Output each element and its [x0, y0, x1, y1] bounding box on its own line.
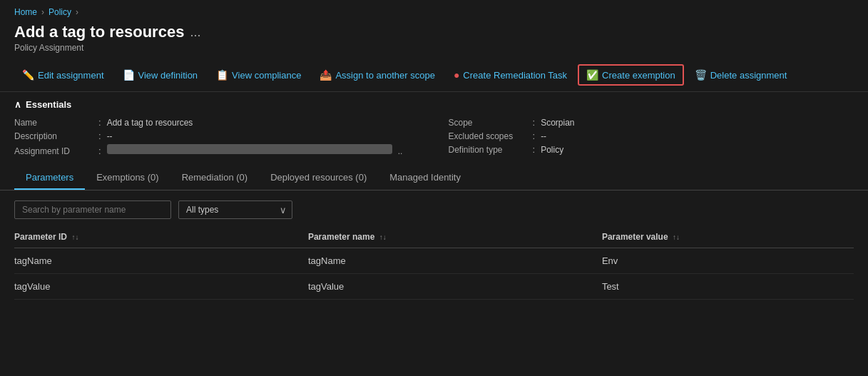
delete-assignment-button[interactable]: 🗑️ Delete assignment	[687, 65, 795, 85]
search-input[interactable]	[14, 200, 171, 219]
essentials-desc-row: Description : --	[14, 129, 420, 143]
essentials-section: ∧ Essentials Name : Add a tag to resourc…	[0, 92, 868, 158]
cell-param-name-1: tagValue	[308, 274, 602, 300]
breadcrumb: Home › Policy ›	[0, 0, 868, 20]
sort-icon-id[interactable]: ↑↓	[71, 233, 78, 241]
essentials-right: Scope : Scorpian Excluded scopes : -- De…	[449, 116, 854, 158]
col-header-param-name: Parameter name ↑↓	[308, 226, 602, 248]
essentials-left: Name : Add a tag to resources Descriptio…	[14, 116, 420, 158]
sort-icon-value[interactable]: ↑↓	[673, 233, 680, 241]
breadcrumb-sep2: ›	[76, 7, 78, 17]
exemption-icon: ✅	[586, 69, 598, 81]
cell-param-id-1: tagValue	[14, 274, 308, 300]
tab-remediation[interactable]: Remediation (0)	[170, 166, 260, 190]
sort-icon-name[interactable]: ↑↓	[379, 233, 387, 241]
essentials-grid: Name : Add a tag to resources Descriptio…	[14, 116, 854, 158]
params-toolbar: All types String Integer Boolean Array O…	[0, 190, 868, 226]
page-title-area: Add a tag to resources ...	[0, 20, 868, 43]
delete-icon: 🗑️	[695, 69, 707, 81]
create-remediation-button[interactable]: ● Create Remediation Task	[446, 65, 575, 85]
assignment-id-value	[107, 144, 392, 154]
essentials-assignment-row: Assignment ID : ..	[14, 143, 420, 158]
edit-icon: ✏️	[22, 69, 34, 81]
tabs-bar: Parameters Exemptions (0) Remediation (0…	[0, 158, 868, 190]
toolbar: ✏️ Edit assignment 📄 View definition 📋 V…	[0, 59, 868, 92]
cell-param-value-1: Test	[602, 274, 854, 300]
essentials-header: ∧ Essentials	[14, 99, 854, 110]
view-compliance-button[interactable]: 📋 View compliance	[208, 65, 309, 85]
assign-scope-icon: 📤	[320, 69, 332, 81]
breadcrumb-policy[interactable]: Policy	[48, 7, 71, 17]
view-compliance-icon: 📋	[216, 69, 228, 81]
essentials-excluded-row: Excluded scopes : --	[449, 129, 854, 143]
remediation-icon: ●	[454, 69, 459, 81]
cell-param-id-0: tagName	[14, 248, 308, 274]
page-more-button[interactable]: ...	[190, 25, 200, 40]
essentials-name-row: Name : Add a tag to resources	[14, 116, 420, 129]
page-subtitle: Policy Assignment	[0, 43, 868, 59]
essentials-collapse-icon[interactable]: ∧	[14, 99, 21, 110]
edit-assignment-button[interactable]: ✏️ Edit assignment	[14, 65, 112, 85]
params-table: Parameter ID ↑↓ Parameter name ↑↓ Parame…	[14, 226, 854, 300]
assign-scope-button[interactable]: 📤 Assign to another scope	[312, 65, 442, 85]
table-row: tagValue tagValue Test	[14, 274, 854, 300]
essentials-scope-row: Scope : Scorpian	[449, 116, 854, 129]
col-header-param-id: Parameter ID ↑↓	[14, 226, 308, 248]
essentials-deftype-row: Definition type : Policy	[449, 143, 854, 156]
create-exemption-button[interactable]: ✅ Create exemption	[578, 64, 684, 86]
col-header-param-value: Parameter value ↑↓	[602, 226, 854, 248]
breadcrumb-home[interactable]: Home	[14, 7, 37, 17]
breadcrumb-sep1: ›	[41, 7, 44, 17]
cell-param-value-0: Env	[602, 248, 854, 274]
tab-parameters[interactable]: Parameters	[14, 166, 85, 190]
cell-param-name-0: tagName	[308, 248, 602, 274]
type-dropdown[interactable]: All types String Integer Boolean Array O…	[178, 200, 292, 219]
page-title: Add a tag to resources	[14, 23, 184, 41]
tab-managed-identity[interactable]: Managed Identity	[378, 166, 472, 190]
tab-exemptions[interactable]: Exemptions (0)	[85, 166, 170, 190]
table-row: tagName tagName Env	[14, 248, 854, 274]
tab-deployed-resources[interactable]: Deployed resources (0)	[259, 166, 378, 190]
view-def-icon: 📄	[123, 69, 135, 81]
params-table-wrap: Parameter ID ↑↓ Parameter name ↑↓ Parame…	[0, 226, 868, 300]
type-dropdown-wrapper: All types String Integer Boolean Array O…	[178, 200, 292, 219]
view-definition-button[interactable]: 📄 View definition	[115, 65, 206, 85]
